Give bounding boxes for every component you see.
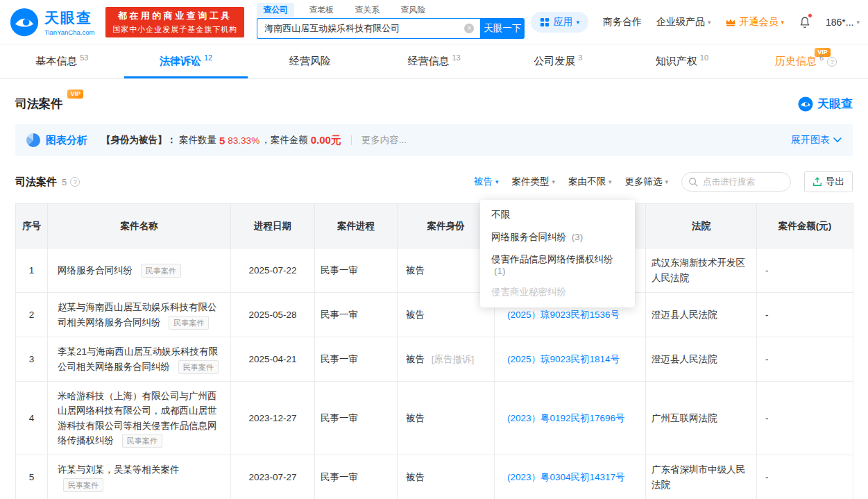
filter-case-type[interactable]: 案件类型 — [511, 176, 555, 188]
search-area: 查公司 查老板 查关系 查风险 × 天眼一下 — [257, 5, 525, 39]
case-count-value: 5 — [219, 135, 225, 146]
tab-label: 法律诉讼 — [160, 55, 201, 68]
cell-date: 2023-07-27 — [231, 455, 315, 499]
tab-business-info[interactable]: 经营信息 13 — [372, 44, 496, 78]
cell-case-no: (2023）粤0304民初14317号 — [495, 455, 646, 499]
cell-case-name: 许某与刘某，吴某等相关案件 民事案件 — [48, 455, 231, 499]
tianyancha-logo[interactable]: 天眼查 TianYanCha.com — [10, 8, 94, 37]
cell-process: 民事一审 — [315, 382, 398, 455]
tab-company-development[interactable]: 公司发展 3 — [496, 44, 620, 78]
case-list-title: 司法案件 — [15, 176, 57, 189]
tianyancha-eye-icon — [10, 8, 39, 37]
case-type-tag: 民事案件 — [141, 264, 181, 278]
help-icon[interactable] — [70, 177, 80, 187]
tab-count: 3 — [578, 53, 582, 62]
search-tab-boss[interactable]: 查老板 — [303, 3, 340, 18]
chevron-down-icon — [609, 178, 612, 185]
cell-date: 2025-07-22 — [231, 248, 315, 293]
tab-basic-info[interactable]: 基本信息 53 — [0, 44, 124, 78]
notifications-button[interactable] — [799, 15, 811, 29]
apps-menu-button[interactable]: 应用 — [531, 12, 588, 33]
logo-title: 天眼查 — [44, 8, 94, 28]
vip-badge: VIP — [67, 90, 83, 99]
cell-court: 广东省深圳市中级人民法院 — [646, 455, 757, 499]
dropdown-item-trade-secret[interactable]: 侵害商业秘密纠纷 — [480, 281, 635, 303]
search-icon — [688, 177, 698, 187]
promo-banner-line2: 国家中小企业发展子基金旗下机构 — [112, 24, 237, 35]
tab-count: 53 — [80, 53, 88, 62]
dropdown-item-label: 网络服务合同纠纷 — [491, 232, 566, 242]
dropdown-item-network-service-contract[interactable]: 网络服务合同纠纷 (3) — [480, 226, 635, 248]
tab-legal-proceedings[interactable]: 法律诉讼 12 — [124, 44, 248, 78]
search-tab-company[interactable]: 查公司 — [257, 3, 294, 18]
case-name-text: 许某与刘某，吴某等相关案件 — [58, 464, 180, 475]
col-header-date: 进程日期 — [231, 204, 315, 248]
chevron-down-icon — [708, 19, 711, 26]
tab-count: 10 — [700, 53, 708, 62]
tab-business-risk[interactable]: 经营风险 — [248, 44, 372, 78]
identity-note: [原告撤诉] — [432, 354, 475, 364]
chevron-down-icon — [552, 178, 555, 185]
promo-banner-line1: 都在用的商业查询工具 — [112, 10, 237, 22]
col-header-court: 法院 — [646, 204, 757, 248]
cell-process: 民事一审 — [315, 337, 398, 382]
cell-case-name: 李某21与海南西山居互动娱乐科技有限公司相关网络服务合同纠纷 民事案件 — [48, 337, 231, 382]
expand-chart-button[interactable]: 展开图表 — [791, 134, 842, 146]
user-phone-label: 186*... — [826, 17, 853, 28]
chevron-down-icon — [781, 19, 784, 26]
section-header: 司法案件 VIP 天眼查 — [15, 96, 853, 112]
table-row: 4 米哈游科技（上海）有限公司与广州西山居网络科技有限公司，成都西山居世游科技有… — [16, 382, 853, 455]
case-name-text: 网络服务合同纠纷 — [58, 265, 133, 276]
case-count-label: 案件数量 — [179, 134, 216, 146]
chevron-down-icon — [495, 178, 499, 185]
business-cooperation-link[interactable]: 商务合作 — [603, 16, 642, 28]
chevron-down-icon — [856, 19, 860, 26]
chart-analysis-label[interactable]: 图表分析 — [46, 134, 87, 147]
logo-subtitle: TianYanCha.com — [44, 28, 94, 36]
divider — [351, 135, 352, 145]
identity-label: 【身份为被告】： — [101, 134, 176, 146]
promo-banner: 都在用的商业查询工具 国家中小企业发展子基金旗下机构 — [105, 7, 244, 37]
search-button[interactable]: 天眼一下 — [480, 18, 525, 39]
filter-label: 被告 — [474, 176, 493, 188]
filter-identity-defendant[interactable]: 被告 — [474, 176, 499, 188]
table-header-row: 序号 案件名称 进程日期 案件进程 案件身份 法院 案件金额(元) — [16, 204, 853, 248]
tab-label: 经营风险 — [289, 55, 331, 68]
search-tab-risk[interactable]: 查风险 — [394, 3, 432, 18]
export-button[interactable]: 导出 — [804, 171, 853, 192]
case-number-link[interactable]: (2023）粤0304民初14317号 — [507, 472, 625, 482]
case-percent-value: 83.33% — [228, 135, 259, 146]
section-title-wrap: 司法案件 VIP — [15, 96, 87, 112]
apps-menu-label: 应用 — [553, 16, 572, 28]
table-row: 5 许某与刘某，吴某等相关案件 民事案件 2023-07-27 民事一审 被告 … — [16, 455, 853, 499]
case-amount-label: ，案件金额 — [261, 134, 308, 146]
tab-history-info[interactable]: VIP 历史信息 6 — [744, 44, 868, 78]
cell-date: 2025-04-21 — [231, 337, 315, 382]
search-tab-relation[interactable]: 查关系 — [348, 3, 386, 18]
filter-more[interactable]: 更多筛选 — [624, 176, 668, 188]
cell-court: 澄迈县人民法院 — [646, 337, 757, 382]
cell-process: 民事一审 — [315, 248, 398, 293]
enterprise-products-menu[interactable]: 企业级产品 — [656, 16, 711, 28]
company-search-input[interactable] — [257, 18, 480, 39]
cases-table: 序号 案件名称 进程日期 案件进程 案件身份 法院 案件金额(元) 1 网络服务… — [15, 203, 853, 499]
dropdown-item-unlimited[interactable]: 不限 — [480, 204, 635, 226]
dropdown-item-infringement-dissemination[interactable]: 侵害作品信息网络传播权纠纷 (1) — [480, 248, 635, 281]
cell-identity: 被告 — [398, 455, 495, 499]
case-number-link[interactable]: (2025）琼9023民初1536号 — [507, 310, 620, 320]
case-number-link[interactable]: (2023）粤0192民初17696号 — [507, 413, 625, 423]
cell-process: 民事一审 — [315, 293, 398, 337]
cell-case-name: 米哈游科技（上海）有限公司与广州西山居网络科技有限公司，成都西山居世游科技有限公… — [48, 382, 231, 455]
table-row: 1 网络服务合同纠纷 民事案件 2025-07-22 民事一审 被告 武汉东湖新… — [16, 248, 853, 293]
filter-case-cause[interactable]: 案由不限 — [568, 176, 612, 188]
user-account-menu[interactable]: 186*... — [826, 17, 860, 28]
case-number-link[interactable]: (2025）琼9023民初1814号 — [507, 354, 620, 364]
more-content-link[interactable]: 更多内容... — [361, 134, 407, 146]
open-vip-button[interactable]: 开通会员 — [725, 16, 784, 28]
cell-court: 澄迈县人民法院 — [646, 293, 757, 337]
tab-intellectual-property[interactable]: 知识产权 10 — [620, 44, 744, 78]
cell-court: 广州互联网法院 — [646, 382, 757, 455]
help-icon[interactable] — [827, 57, 837, 67]
case-type-tag: 民事案件 — [178, 360, 219, 374]
export-label: 导出 — [826, 176, 844, 188]
